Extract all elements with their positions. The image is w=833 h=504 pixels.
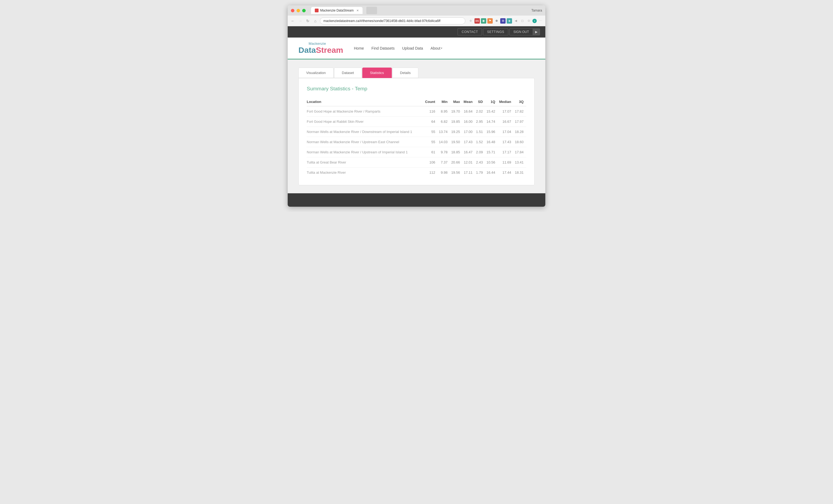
table-title: Summary Statistics - Temp <box>307 86 526 92</box>
tab-details[interactable]: Details <box>392 68 419 78</box>
cell-value: 64 <box>424 117 438 127</box>
nav-about[interactable]: About <box>430 46 442 50</box>
page-content: Visualization Dataset Statistics Details… <box>288 59 545 193</box>
cell-value: 17.43 <box>463 137 475 147</box>
cell-value: 17.04 <box>498 127 514 137</box>
table-header-row: Location Count Min Max Mean SD 1Q Median… <box>307 98 526 106</box>
cell-value: 10.56 <box>485 157 498 168</box>
cell-value: 112 <box>424 168 438 178</box>
close-button[interactable] <box>291 9 294 12</box>
extension-icon-7[interactable]: ◀ <box>513 18 519 24</box>
extension-icon-2[interactable]: ◉ <box>481 18 486 24</box>
nav-home[interactable]: Home <box>354 46 364 50</box>
cell-value: 116 <box>424 106 438 117</box>
minimize-button[interactable] <box>296 9 300 12</box>
cell-value: 16.00 <box>463 117 475 127</box>
extension-icon-1[interactable]: DS <box>474 18 480 24</box>
cell-value: 18.31 <box>514 168 526 178</box>
cell-value: 13.74 <box>438 127 450 137</box>
cell-value: 61 <box>424 147 438 157</box>
cell-value: 17.44 <box>498 168 514 178</box>
cell-value: 12.01 <box>463 157 475 168</box>
cell-location: Norman Wells at Mackenzie River / Upstre… <box>307 147 424 157</box>
statistics-table: Location Count Min Max Mean SD 1Q Median… <box>307 98 526 177</box>
cell-value: 1.79 <box>475 168 485 178</box>
cell-value: 19.25 <box>450 127 463 137</box>
col-sd: SD <box>475 98 485 106</box>
nav-upload-data[interactable]: Upload Data <box>402 46 423 50</box>
signout-button[interactable]: SIGN OUT <box>509 29 533 35</box>
cell-location: Fort Good Hope at Mackenzie River / Ramp… <box>307 106 424 117</box>
cell-value: 16.67 <box>498 117 514 127</box>
forward-button[interactable]: → <box>298 18 303 24</box>
contact-button[interactable]: CONTACT <box>457 28 482 35</box>
tabs-bar: Visualization Dataset Statistics Details <box>299 68 534 78</box>
maximize-button[interactable] <box>302 9 306 12</box>
cell-value: 16.48 <box>485 137 498 147</box>
reload-button[interactable]: ↻ <box>305 18 311 24</box>
signout-wrapper: SIGN OUT ▶ <box>509 28 540 35</box>
col-3q: 3Q <box>514 98 526 106</box>
url-field[interactable] <box>320 18 465 24</box>
home-button[interactable]: ⌂ <box>312 18 318 24</box>
extension-icon-10[interactable]: • <box>532 19 537 23</box>
tab-dataset[interactable]: Dataset <box>334 68 362 78</box>
cell-value: 18.60 <box>514 137 526 147</box>
tab-statistics[interactable]: Statistics <box>362 68 392 78</box>
bookmark-icon[interactable]: ☆ <box>468 18 473 24</box>
cell-location: Norman Wells at Mackenzie River / Downst… <box>307 127 424 137</box>
extension-icon-3[interactable]: ⚑ <box>487 18 493 24</box>
extension-icon-11[interactable]: ⋯ <box>538 18 543 24</box>
main-nav: Home Find Datasets Upload Data About <box>354 46 442 50</box>
cell-value: 1.52 <box>475 137 485 147</box>
cell-value: 11.69 <box>498 157 514 168</box>
address-bar: ← → ↻ ⌂ ☆ DS ◉ ⚑ ⊕ ⊞ ◈ ◀ ◻ ⊙ • ⋯ <box>288 16 545 26</box>
app-content: CONTACT SETTINGS SIGN OUT ▶ Mackenzie Da… <box>288 26 545 207</box>
back-button[interactable]: ← <box>290 18 296 24</box>
browser-titlebar: Mackenzie DataStream ✕ Tamara <box>288 5 545 16</box>
cell-value: 2.95 <box>475 117 485 127</box>
table-row: Fort Good Hope at Rabbit Skin River646.8… <box>307 117 526 127</box>
extension-icon-9[interactable]: ⊙ <box>526 18 531 24</box>
site-footer <box>288 193 545 207</box>
browser-tab[interactable]: Mackenzie DataStream ✕ <box>311 7 362 14</box>
cell-value: 2.43 <box>475 157 485 168</box>
logo-datastream: DataStream <box>299 46 343 54</box>
logo-data: Data <box>299 46 316 54</box>
col-max: Max <box>450 98 463 106</box>
browser-window: Mackenzie DataStream ✕ Tamara ← → ↻ ⌂ ☆ … <box>288 5 545 207</box>
cell-value: 1.51 <box>475 127 485 137</box>
logo: Mackenzie DataStream <box>299 42 343 54</box>
logo-stream: Stream <box>316 46 343 54</box>
table-row: Tulita at Mackenzie River1129.9819.5617.… <box>307 168 526 178</box>
tab-favicon <box>315 8 318 12</box>
cell-value: 7.37 <box>438 157 450 168</box>
cell-value: 15.96 <box>485 127 498 137</box>
cell-value: 14.03 <box>438 137 450 147</box>
cell-value: 8.95 <box>438 106 450 117</box>
site-header: Mackenzie DataStream Home Find Datasets … <box>288 37 545 59</box>
cell-value: 16.64 <box>463 106 475 117</box>
extension-icon-6[interactable]: ◈ <box>507 18 512 24</box>
col-1q: 1Q <box>485 98 498 106</box>
extension-icon-8[interactable]: ◻ <box>520 18 525 24</box>
new-tab-area <box>366 7 377 14</box>
cell-value: 17.84 <box>514 147 526 157</box>
cell-value: 17.17 <box>498 147 514 157</box>
cell-value: 19.56 <box>450 168 463 178</box>
settings-button[interactable]: SETTINGS <box>483 28 508 35</box>
table-row: Norman Wells at Mackenzie River / Upstre… <box>307 147 526 157</box>
col-min: Min <box>438 98 450 106</box>
extension-icon-4[interactable]: ⊕ <box>494 18 499 24</box>
cell-value: 17.00 <box>463 127 475 137</box>
cell-value: 55 <box>424 127 438 137</box>
tab-close-icon[interactable]: ✕ <box>356 9 359 12</box>
cell-value: 15.71 <box>485 147 498 157</box>
signout-arrow-icon[interactable]: ▶ <box>533 29 540 35</box>
table-row: Norman Wells at Mackenzie River / Upstre… <box>307 137 526 147</box>
cell-value: 17.82 <box>514 106 526 117</box>
nav-find-datasets[interactable]: Find Datasets <box>372 46 395 50</box>
extension-icon-5[interactable]: ⊞ <box>500 18 506 24</box>
cell-value: 13.41 <box>514 157 526 168</box>
tab-visualization[interactable]: Visualization <box>299 68 334 78</box>
